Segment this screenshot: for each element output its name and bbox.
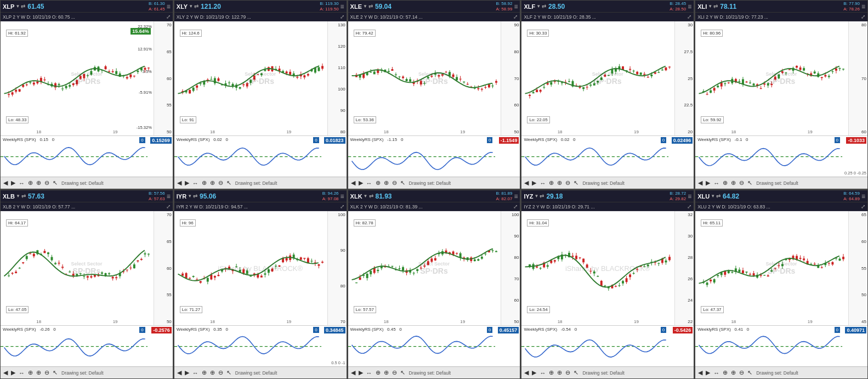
dropdown-icon-xly[interactable]: ▼ <box>189 4 193 9</box>
menu-icon-xlb[interactable]: ≡ <box>167 193 171 200</box>
menu-icon-xlk[interactable]: ≡ <box>514 193 518 200</box>
cursor-btn-iyz[interactable]: ↖ <box>572 369 580 377</box>
prev-btn-xlk[interactable]: ◀ <box>350 369 356 377</box>
dropdown-icon-xlf[interactable]: ▼ <box>536 4 541 9</box>
prev-btn-iyz[interactable]: ◀ <box>523 369 530 377</box>
prev-btn-xle[interactable]: ◀ <box>350 179 356 187</box>
zoom-out-btn-xlp[interactable]: ⊖ <box>43 179 50 187</box>
zoom-out-btn-xly[interactable]: ⊖ <box>217 179 224 187</box>
prev-btn-xlp[interactable]: ◀ <box>2 179 9 187</box>
next-btn-xlf[interactable]: ▶ <box>531 179 537 187</box>
menu-icon-iyr[interactable]: ≡ <box>341 193 344 200</box>
compare-icon-xly[interactable]: ⇄ <box>194 3 198 9</box>
compare-icon-xlb[interactable]: ⇄ <box>21 193 26 199</box>
crosshair-btn-xlp[interactable]: ⊕ <box>27 179 34 187</box>
zoom-out-btn-iyr[interactable]: ⊖ <box>217 369 224 377</box>
cursor-btn-iyr[interactable]: ↖ <box>225 369 232 377</box>
compare-icon-xle[interactable]: ⇄ <box>368 3 373 9</box>
zoom-icon-xlp[interactable]: ⤢ <box>166 14 171 20</box>
crosshair-btn-xlb[interactable]: ⊕ <box>27 369 34 377</box>
zoom-icon-xlf[interactable]: ⤢ <box>687 14 691 20</box>
compare-icon-xlk[interactable]: ⇄ <box>369 193 373 199</box>
dropdown-icon-iyr[interactable]: ▼ <box>188 194 192 199</box>
prev-btn-xlf[interactable]: ◀ <box>523 179 530 187</box>
next-btn-xlb[interactable]: ▶ <box>10 369 16 377</box>
scroll-btn-xlu[interactable]: ↔ <box>712 369 721 377</box>
menu-icon-xle[interactable]: ≡ <box>514 3 518 10</box>
zoom-out-btn-xlf[interactable]: ⊖ <box>564 179 571 187</box>
scroll-btn-xlf[interactable]: ↔ <box>538 179 547 187</box>
menu-icon-xly[interactable]: ≡ <box>341 3 344 10</box>
compare-icon-xlf[interactable]: ⇄ <box>542 3 546 9</box>
zoom-out-btn-iyz[interactable]: ⊖ <box>564 369 571 377</box>
zoom-icon-iyr[interactable]: ⤢ <box>340 203 344 210</box>
prev-btn-xly[interactable]: ◀ <box>176 179 183 187</box>
cursor-btn-xlb[interactable]: ↖ <box>52 369 59 377</box>
scroll-btn-xlk[interactable]: ↔ <box>365 369 373 377</box>
menu-icon-iyz[interactable]: ≡ <box>688 193 691 200</box>
scroll-btn-xly[interactable]: ↔ <box>191 179 200 187</box>
prev-btn-iyr[interactable]: ◀ <box>176 369 183 377</box>
crosshair-btn-iyz[interactable]: ⊕ <box>548 369 555 377</box>
next-btn-iyr[interactable]: ▶ <box>184 369 190 377</box>
zoom-out-btn-xli[interactable]: ⊖ <box>738 179 745 187</box>
zoom-in-btn-xlf[interactable]: ⊕ <box>556 179 563 187</box>
dropdown-icon-xle[interactable]: ▼ <box>363 4 367 9</box>
zoom-out-btn-xle[interactable]: ⊖ <box>391 179 398 187</box>
menu-icon-xlu[interactable]: ≡ <box>861 193 865 200</box>
dropdown-icon-xlb[interactable]: ▼ <box>16 194 20 199</box>
dropdown-icon-xli[interactable]: ▼ <box>708 4 712 9</box>
zoom-in-btn-iyz[interactable]: ⊕ <box>556 369 563 377</box>
compare-icon-iyz[interactable]: ⇄ <box>540 193 544 199</box>
next-btn-xli[interactable]: ▶ <box>705 179 711 187</box>
dropdown-icon-iyz[interactable]: ▼ <box>535 194 539 199</box>
zoom-icon-xlb[interactable]: ⤢ <box>166 203 171 210</box>
cursor-btn-xlk[interactable]: ↖ <box>399 369 406 377</box>
zoom-in-btn-xly[interactable]: ⊕ <box>209 179 216 187</box>
cursor-btn-xly[interactable]: ↖ <box>225 179 232 187</box>
next-btn-xlu[interactable]: ▶ <box>705 369 711 377</box>
crosshair-btn-xlk[interactable]: ⊕ <box>375 369 382 377</box>
zoom-icon-iyz[interactable]: ⤢ <box>687 203 691 210</box>
menu-icon-xlp[interactable]: ≡ <box>167 3 171 10</box>
crosshair-btn-xli[interactable]: ⊕ <box>722 179 729 187</box>
next-btn-xly[interactable]: ▶ <box>184 179 190 187</box>
zoom-in-btn-iyr[interactable]: ⊕ <box>209 369 216 377</box>
cursor-btn-xlf[interactable]: ↖ <box>572 179 580 187</box>
zoom-icon-xle[interactable]: ⤢ <box>513 14 518 20</box>
dropdown-icon-xlu[interactable]: ▼ <box>711 194 715 199</box>
next-btn-xlk[interactable]: ▶ <box>358 369 364 377</box>
zoom-in-btn-xlu[interactable]: ⊕ <box>730 369 737 377</box>
crosshair-btn-xlf[interactable]: ⊕ <box>548 179 555 187</box>
crosshair-btn-xlu[interactable]: ⊕ <box>722 369 729 377</box>
zoom-icon-xly[interactable]: ⤢ <box>340 14 344 20</box>
scroll-btn-xlp[interactable]: ↔ <box>18 179 26 187</box>
scroll-btn-xli[interactable]: ↔ <box>712 179 721 187</box>
next-btn-xle[interactable]: ▶ <box>358 179 364 187</box>
zoom-in-btn-xlp[interactable]: ⊕ <box>35 179 42 187</box>
scroll-btn-xle[interactable]: ↔ <box>365 179 373 187</box>
scroll-btn-iyr[interactable]: ↔ <box>191 369 200 377</box>
prev-btn-xlb[interactable]: ◀ <box>2 369 9 377</box>
zoom-icon-xli[interactable]: ⤢ <box>861 14 865 20</box>
cursor-btn-xlp[interactable]: ↖ <box>52 179 59 187</box>
scroll-btn-iyz[interactable]: ↔ <box>538 369 547 377</box>
zoom-out-btn-xlb[interactable]: ⊖ <box>43 369 50 377</box>
crosshair-btn-iyr[interactable]: ⊕ <box>201 369 208 377</box>
menu-icon-xlf[interactable]: ≡ <box>688 3 691 10</box>
zoom-in-btn-xli[interactable]: ⊕ <box>730 179 737 187</box>
prev-btn-xli[interactable]: ◀ <box>697 179 704 187</box>
prev-btn-xlu[interactable]: ◀ <box>697 369 704 377</box>
crosshair-btn-xly[interactable]: ⊕ <box>201 179 208 187</box>
zoom-in-btn-xlk[interactable]: ⊕ <box>383 369 390 377</box>
zoom-out-btn-xlu[interactable]: ⊖ <box>738 369 745 377</box>
cursor-btn-xli[interactable]: ↖ <box>746 179 753 187</box>
dropdown-icon-xlk[interactable]: ▼ <box>364 194 368 199</box>
cursor-btn-xle[interactable]: ↖ <box>399 179 406 187</box>
zoom-in-btn-xlb[interactable]: ⊕ <box>35 369 42 377</box>
compare-icon-iyr[interactable]: ⇄ <box>193 193 197 199</box>
scroll-btn-xlb[interactable]: ↔ <box>18 369 26 377</box>
compare-icon-xlu[interactable]: ⇄ <box>716 193 721 199</box>
zoom-icon-xlu[interactable]: ⤢ <box>861 203 865 210</box>
zoom-in-btn-xle[interactable]: ⊕ <box>383 179 390 187</box>
